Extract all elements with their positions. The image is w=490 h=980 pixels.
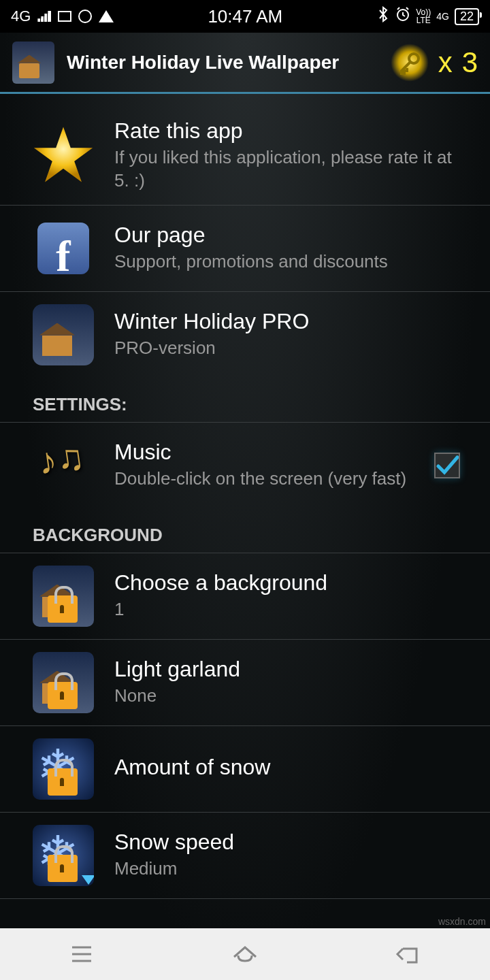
key-x-label: x	[438, 46, 453, 79]
bg-sub: 1	[114, 598, 468, 621]
snow-amount-title: Amount of snow	[114, 755, 468, 780]
row-snow-speed[interactable]: Snow speed Medium	[0, 813, 490, 899]
pro-sub: PRO-version	[114, 337, 468, 360]
bg-icon	[33, 566, 94, 627]
music-title: Music	[114, 440, 414, 465]
rate-title: Rate this app	[114, 118, 468, 144]
battery-indicator: 22	[455, 8, 479, 25]
pro-title: Winter Holiday PRO	[114, 309, 468, 334]
snow-speed-sub: Medium	[114, 858, 468, 881]
snow-speed-title: Snow speed	[114, 830, 468, 855]
music-checkbox[interactable]	[434, 453, 460, 478]
network-4g-2: 4G	[436, 11, 449, 22]
music-sub: Double-click on the screen (very fast)	[114, 468, 414, 491]
status-bar: 4G 10:47 AM Vo)) LTE 4G 22	[0, 0, 490, 33]
nav-back-button[interactable]	[388, 934, 429, 975]
key-icon	[391, 44, 429, 82]
lock-icon	[48, 855, 78, 882]
star-icon	[33, 125, 94, 186]
page-sub: Support, promotions and discounts	[114, 250, 468, 274]
key-count: 3	[462, 46, 478, 79]
snow-amount-icon	[33, 738, 94, 800]
row-music[interactable]: Music Double-click on the screen (very f…	[0, 423, 490, 508]
row-rate-app[interactable]: Rate this app If you liked this applicat…	[0, 106, 490, 206]
alarm-icon	[395, 7, 410, 26]
content-scroll[interactable]: Rate this app If you liked this applicat…	[0, 94, 490, 928]
status-time: 10:47 AM	[114, 6, 376, 27]
rate-sub: If you liked this application, please ra…	[114, 146, 468, 193]
watermark: wsxdn.com	[438, 916, 486, 927]
garland-sub: None	[114, 685, 468, 708]
network-4g: 4G	[11, 7, 31, 25]
garland-title: Light garland	[114, 657, 468, 682]
pro-icon	[33, 304, 94, 365]
snow-speed-icon	[33, 825, 94, 886]
row-our-page[interactable]: f Our page Support, promotions and disco…	[0, 206, 490, 292]
row-amount-of-snow[interactable]: Amount of snow	[0, 726, 490, 813]
app-title: Winter Holiday Live Wallpaper	[67, 52, 391, 74]
row-choose-background[interactable]: Choose a background 1	[0, 553, 490, 640]
row-pro-version[interactable]: Winter Holiday PRO PRO-version	[0, 292, 490, 378]
whatsapp-icon	[78, 10, 92, 23]
triangle-icon	[82, 875, 94, 885]
lock-icon	[48, 768, 78, 796]
key-counter[interactable]: x 3	[391, 44, 478, 82]
page-title: Our page	[114, 223, 468, 248]
bluetooth-icon	[376, 6, 390, 27]
signal-icon	[37, 11, 51, 22]
section-background: BACKGROUND	[0, 508, 490, 553]
bg-title: Choose a background	[114, 570, 468, 595]
lock-icon	[48, 595, 78, 623]
lte-label: LTE	[416, 16, 431, 24]
music-icon	[33, 435, 94, 496]
app-bar: Winter Holiday Live Wallpaper x 3	[0, 33, 490, 94]
row-light-garland[interactable]: Light garland None	[0, 640, 490, 726]
envelope-icon	[58, 11, 71, 22]
navigation-bar	[0, 928, 490, 980]
section-settings: SETTINGS:	[0, 378, 490, 423]
lock-icon	[48, 682, 78, 709]
nav-recent-button[interactable]	[61, 934, 102, 975]
facebook-icon: f	[37, 223, 89, 274]
garland-icon	[33, 652, 94, 713]
nav-home-button[interactable]	[225, 934, 265, 975]
warning-icon	[99, 10, 114, 22]
app-icon	[12, 42, 54, 84]
